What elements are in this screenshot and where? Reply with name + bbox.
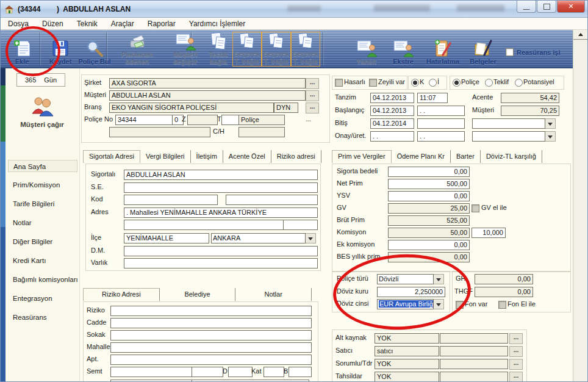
adres-field-2[interactable] [124, 220, 284, 230]
apt-field[interactable] [110, 355, 312, 365]
minimize-button[interactable]: — [517, 1, 536, 13]
tab-iletisim[interactable]: İletişim [191, 150, 223, 163]
tab-riziko-adresi-2[interactable]: Riziko Adresi [83, 288, 160, 301]
doviz-cinsi-combo[interactable]: EUR Avrupa Birliğ [377, 299, 444, 309]
ekle-button[interactable]: Ekle [5, 32, 38, 67]
satici-lookup-button[interactable]: ... [509, 346, 523, 357]
teklif-radio[interactable] [485, 79, 493, 87]
sigorta-bedeli-field[interactable]: 0,00 [388, 167, 470, 177]
sidebar-item-ana-sayfa[interactable]: Ana Sayfa [8, 160, 77, 172]
tab-odeme-plani[interactable]: Ödeme Planı Kr [392, 150, 451, 163]
ilce-field[interactable]: YENİMAHALLE [124, 233, 209, 243]
sidebar-item-entegrasyon[interactable]: Entegrasyon [8, 292, 77, 305]
tab-barter[interactable]: Barter [451, 150, 481, 163]
brans-field[interactable]: EKO YANGIN SİGORTA POLİÇESİ [109, 103, 274, 113]
menu-raporlar[interactable]: Raporlar [148, 20, 176, 28]
secerek-t-bagla-button-1[interactable]: Seçerek T. bağla [232, 32, 262, 67]
tab-belediye[interactable]: Belediye [160, 288, 236, 301]
tanzim-time-field[interactable]: 11:07 [417, 93, 448, 103]
police-bul-button[interactable]: Poliçe Bul [76, 32, 113, 67]
fon-var-checkbox[interactable] [456, 301, 464, 309]
onay-field[interactable]: . . [370, 131, 414, 142]
sidebar-item-kredi-karti[interactable]: Kredi Kartı [8, 254, 77, 267]
tab-notlar[interactable]: Notlar [235, 288, 312, 301]
hasarli-checkbox[interactable] [335, 79, 343, 87]
alt-kaynak-lookup-button[interactable]: ... [509, 333, 523, 344]
komisyon-pct-field[interactable]: 10,000 [471, 228, 506, 238]
tahsildar-lookup-button[interactable]: ... [509, 372, 523, 382]
police-turu-combo[interactable]: Dövizli [377, 274, 444, 284]
tab-sigortali-adresi[interactable]: Sigortalı Adresi [83, 150, 140, 163]
policy-extra-field[interactable] [109, 127, 210, 137]
combo-2[interactable] [472, 131, 556, 142]
planlanan-odenen-button[interactable]: Planlanan ödenen [113, 32, 162, 67]
thgf-field[interactable]: 0,00 [475, 287, 533, 297]
semt-field-2[interactable] [192, 367, 223, 377]
scroll-up-button[interactable] [573, 30, 587, 40]
sirket-lookup-button[interactable]: ... [306, 78, 319, 89]
t-field[interactable] [221, 115, 240, 125]
adres-field[interactable]: . Mahallesi YENİMAHALLE ANKARA TÜRKİYE [124, 207, 318, 218]
bes-prim-field[interactable]: 0,00 [388, 252, 470, 262]
ek-komisyon-field[interactable]: 0,00 [388, 240, 470, 250]
police-tur-field[interactable]: Poliçe [238, 115, 285, 125]
i-radio[interactable] [429, 79, 437, 87]
risk-partial-field-1[interactable] [110, 380, 192, 382]
k-radio[interactable] [411, 79, 419, 87]
secerek-t-bagla-button-3[interactable]: Seçerek T. bağla [291, 32, 320, 67]
tab-acente-ozel[interactable]: Acente Özel [223, 150, 271, 163]
menu-dosya[interactable]: Dosya [8, 20, 29, 28]
brans-code-field[interactable]: DYN [274, 103, 298, 113]
fon-el-ile-checkbox[interactable] [498, 301, 506, 309]
chevron-down-icon[interactable] [306, 233, 316, 243]
musteri-field[interactable]: ABDULLAH ASLAN [109, 90, 306, 101]
chevron-down-icon[interactable] [434, 299, 444, 309]
police-radio[interactable] [453, 79, 461, 87]
ekstre-button[interactable]: Ekstre [386, 32, 420, 67]
sidebar-item-diger-bilgiler[interactable]: Diğer Bilgiler [8, 236, 77, 248]
baslangic-time-field[interactable]: . . [417, 106, 465, 116]
chevron-down-icon[interactable] [545, 131, 556, 142]
combo-1[interactable] [472, 118, 556, 129]
adres-code-field[interactable] [283, 220, 318, 230]
tanzim-field[interactable]: 04.12.2013 [370, 93, 414, 103]
tahsildar-field-2[interactable] [440, 372, 508, 382]
sokak-field[interactable] [110, 330, 312, 341]
sorumlu-field-2[interactable] [440, 359, 508, 369]
varlik-field[interactable] [124, 258, 318, 268]
alt-kaynak-field[interactable]: YOK [375, 333, 439, 344]
net-prim-field[interactable]: 500,00 [388, 179, 470, 189]
kaydet-button[interactable]: Kaydet [43, 32, 77, 67]
sirket-field[interactable]: AXA SIGORTA [109, 78, 306, 88]
gh-field[interactable]: 0,00 [475, 274, 533, 284]
gv-el-ile-checkbox[interactable] [471, 204, 479, 212]
belgeler-button[interactable]: Belgeler [465, 32, 501, 67]
kat-field[interactable] [264, 367, 284, 377]
acente-field[interactable]: 54,42 [501, 93, 559, 103]
il-combo[interactable]: ANKARA [211, 233, 316, 243]
satici-field[interactable]: satıcı [375, 346, 439, 356]
cadde-field[interactable] [110, 318, 312, 328]
menu-teknik[interactable]: Teknik [77, 20, 98, 28]
brut-prim-field[interactable]: 525,00 [388, 215, 470, 226]
close-button[interactable]: ✕ [557, 1, 585, 13]
menu-duzen[interactable]: Düzen [42, 20, 63, 28]
mahalle-field[interactable] [110, 342, 312, 353]
risk-partial-field-2[interactable] [192, 380, 309, 382]
hatirlatma-button[interactable]: Hatırlatma [420, 32, 465, 67]
tab-prim-ve-vergiler[interactable]: Prim ve Vergiler [332, 150, 392, 163]
kod-field-2[interactable] [226, 195, 318, 205]
doviz-kuru-field[interactable]: 2,250000 [377, 287, 445, 297]
maximize-button[interactable] [537, 1, 556, 13]
tecdit-bagla-button[interactable]: Tecdit bağla [204, 32, 232, 67]
sidebar-item-tarife-bilgileri[interactable]: Tarife Bilgileri [8, 198, 77, 210]
yansit-button[interactable]: Yansıt [348, 32, 385, 67]
musteri-cagir-button[interactable]: Müşteri çağır [10, 95, 74, 129]
baslangic-field[interactable]: 04.12.2013 [370, 106, 414, 116]
sidebar-item-notlar[interactable]: Notlar [8, 217, 77, 229]
vertical-scrollbar[interactable] [573, 30, 587, 382]
sorumlu-lookup-button[interactable]: ... [509, 359, 523, 370]
riziko-field[interactable] [110, 306, 312, 316]
days-box[interactable]: 365 Gün [16, 73, 65, 87]
bitis-extra-field[interactable] [417, 118, 465, 129]
